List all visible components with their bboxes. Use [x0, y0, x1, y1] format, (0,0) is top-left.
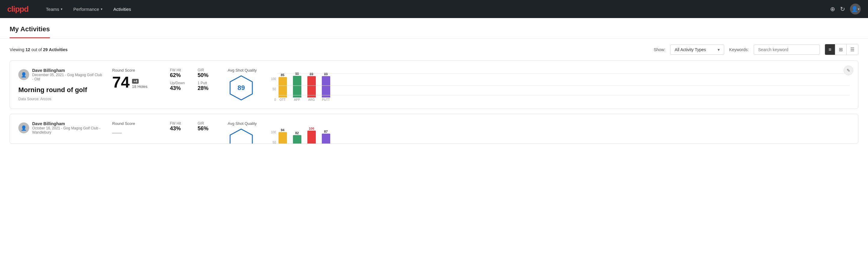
activity-name: Morning round of golf — [18, 86, 102, 94]
bar-arg-2 — [307, 130, 316, 144]
avatar: 👤 — [18, 122, 29, 133]
add-icon[interactable]: ⊕ — [830, 5, 835, 12]
user-icon: 👤 — [21, 125, 27, 131]
user-date: October 16, 2021 - Gog Magog Golf Club -… — [32, 126, 102, 135]
activity-type-dropdown[interactable]: All Activity Types ▾ — [670, 45, 724, 55]
user-icon: 👤 — [21, 72, 27, 78]
stat-gir-value: 50% — [197, 72, 218, 79]
nav-activities[interactable]: Activities — [108, 0, 136, 18]
card-left: 👤 Dave Billingham December 05, 2021 - Go… — [18, 68, 102, 101]
data-source: Data Source: Arccos — [18, 97, 102, 101]
page-content: My Activities Viewing 12 out of 29 Activ… — [0, 18, 868, 263]
x-label-app: APP — [293, 98, 301, 101]
score-main: — — [112, 127, 160, 137]
svg-marker-1 — [230, 129, 252, 144]
round-score-label: Round Score — [112, 68, 160, 72]
card-left: 👤 Dave Billingham October 16, 2021 - Gog… — [18, 121, 102, 135]
avatar: 👤 — [18, 69, 29, 80]
stat-gir-label: GIR — [197, 121, 218, 125]
score-number: — — [112, 127, 123, 137]
keywords-label: Keywords: — [729, 47, 749, 52]
stat-fw-hit-value: 62% — [170, 72, 190, 79]
activity-type-chevron-icon: ▾ — [718, 47, 720, 52]
round-score-label: Round Score — [112, 121, 160, 126]
bar-group-putt: 89 — [322, 72, 330, 97]
activity-card: 👤 Dave Billingham December 05, 2021 - Go… — [10, 60, 858, 109]
teams-chevron-icon: ▾ — [61, 7, 63, 11]
bar-value-putt-2: 87 — [324, 130, 328, 133]
avg-shot-quality-label: Avg Shot Quality — [228, 121, 257, 126]
gridline-100 — [277, 74, 850, 74]
stat-gir-label: GIR — [197, 68, 218, 72]
navbar: clippd Teams ▾ Performance ▾ Activities … — [0, 0, 868, 18]
user-chevron-icon: ▾ — [858, 7, 860, 11]
score-holes: 18 Holes — [132, 84, 147, 89]
score-main: 74 +4 18 Holes — [112, 74, 160, 90]
stat-updown-value: 43% — [170, 85, 190, 91]
stat-1putt-value: 28% — [197, 85, 218, 91]
search-input[interactable] — [754, 45, 820, 55]
nav-links: Teams ▾ Performance ▾ Activities — [40, 0, 830, 18]
stat-fw-hit-label: FW Hit — [170, 121, 190, 125]
bars-container-2: 94 82 106 — [277, 130, 850, 144]
bar-value-app-2: 82 — [295, 131, 299, 135]
bar-app — [293, 76, 301, 97]
page-title: My Activities — [10, 25, 50, 38]
bar-group-ott-2: 94 — [279, 128, 287, 144]
chart-x-labels: OTT APP ARG PUTT — [277, 98, 850, 101]
bar-group-arg-2: 106 — [307, 127, 316, 144]
user-avatar-menu[interactable]: 👤 ▾ — [850, 4, 861, 14]
stat-updown-label: Up/Down — [170, 81, 190, 85]
x-label-arg: ARG — [307, 98, 316, 101]
bar-group-arg: 89 — [307, 72, 316, 97]
view-toggle-list-compact[interactable]: ≡ — [825, 44, 835, 55]
avg-shot-quality-label: Avg Shot Quality — [228, 68, 257, 72]
card-user: 👤 Dave Billingham October 16, 2021 - Gog… — [18, 121, 102, 135]
stat-fw-hit: FW Hit 62% — [170, 68, 190, 79]
bar-ott-2 — [279, 132, 287, 144]
avg-shot-quality-section: Avg Shot Quality 89 100 50 0 — [228, 68, 850, 101]
activities-list: 👤 Dave Billingham December 05, 2021 - Go… — [0, 60, 868, 153]
bar-group-putt-2: 87 — [322, 130, 330, 144]
navbar-right: ⊕ ↻ 👤 ▾ — [830, 4, 861, 14]
bar-arg — [307, 76, 316, 97]
view-toggle-grid[interactable]: ⊞ — [835, 44, 847, 55]
bar-group-app-2: 82 — [293, 131, 301, 144]
card-stats: FW Hit 43% GIR 56% — [170, 121, 218, 132]
stat-gir: GIR 56% — [197, 121, 218, 132]
bar-ott — [279, 77, 287, 97]
stat-fw-hit-label: FW Hit — [170, 68, 190, 72]
user-info: Dave Billingham December 05, 2021 - Gog … — [32, 68, 102, 81]
refresh-icon[interactable]: ↻ — [840, 5, 845, 12]
logo: clippd — [7, 4, 29, 14]
user-info: Dave Billingham October 16, 2021 - Gog M… — [32, 121, 102, 135]
user-name: Dave Billingham — [32, 68, 102, 73]
stat-gir: GIR 50% — [197, 68, 218, 79]
shot-quality-hexagon: 89 — [228, 74, 255, 101]
show-label: Show: — [654, 47, 665, 52]
bar-group-app: 90 — [293, 72, 301, 97]
performance-chevron-icon: ▾ — [101, 7, 102, 11]
bar-app-2 — [293, 135, 301, 144]
round-score-section: Round Score — — [112, 121, 160, 137]
gridline-50 — [277, 85, 850, 86]
score-number: 74 — [112, 74, 130, 90]
bar-putt-2 — [322, 134, 330, 144]
bars-area-2: 94 82 106 — [277, 130, 850, 144]
gridline-0 — [277, 95, 850, 95]
nav-performance[interactable]: Performance ▾ — [68, 0, 108, 18]
shot-quality-hexagon — [228, 127, 255, 144]
user-name: Dave Billingham — [32, 121, 102, 126]
score-badge: +4 — [132, 79, 139, 84]
edit-button[interactable]: ✎ — [844, 66, 853, 75]
nav-teams[interactable]: Teams ▾ — [40, 0, 68, 18]
x-label-ott: OTT — [279, 98, 287, 101]
round-score-section: Round Score 74 +4 18 Holes — [112, 68, 160, 90]
viewing-count-text: Viewing 12 out of 29 Activities — [10, 47, 649, 52]
stat-fw-hit-value: 43% — [170, 125, 190, 132]
user-icon: 👤 — [851, 6, 858, 12]
bar-value-putt: 89 — [324, 72, 328, 76]
chart-y-axis-2: 100 50 0 — [269, 130, 276, 144]
view-toggle-list-full[interactable]: ☰ — [847, 44, 858, 55]
stat-1putt: 1 Putt 28% — [197, 81, 218, 91]
